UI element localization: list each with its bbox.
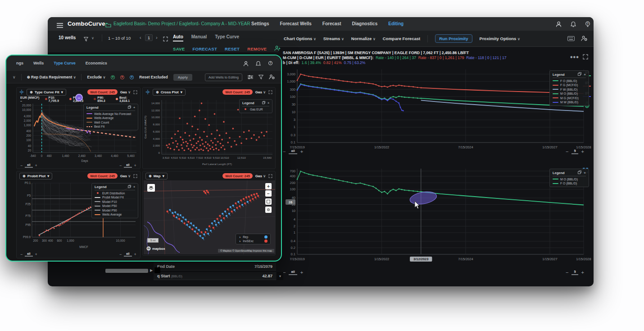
- chart-more-options-icon[interactable]: •••: [570, 53, 579, 61]
- notifications-bell-icon[interactable]: [256, 60, 261, 68]
- wells-filter-icon[interactable]: [84, 35, 88, 43]
- bottom-chart-zoom-right[interactable]: −5+: [566, 270, 584, 275]
- type-curve-fit-dropdown[interactable]: ⊕ Type Curve Fit ▾: [27, 89, 66, 96]
- probit-zoom-left[interactable]: −all+: [20, 252, 37, 257]
- save-button[interactable]: SAVE: [173, 46, 185, 51]
- user-icon[interactable]: [556, 21, 562, 29]
- panel-settings-gear-icon[interactable]: [145, 88, 150, 96]
- horizontal-scrollbar-thumb[interactable]: [105, 269, 148, 273]
- cross-plot-dropdown[interactable]: ⊕ Cross Plot ▾: [153, 89, 186, 96]
- map-expand-button[interactable]: [265, 198, 272, 205]
- top-chart-zoom-right[interactable]: −5+: [566, 149, 584, 154]
- notifications-bell-icon[interactable]: [571, 21, 576, 29]
- overlay-tab-settings[interactable]: ngs: [16, 55, 23, 72]
- breadcrumb[interactable]: Eagleford Basin- Demo Project / Eaglefor…: [113, 21, 250, 26]
- legend-move-icon[interactable]: +: [584, 171, 586, 175]
- help-bulb-icon[interactable]: ?: [585, 21, 590, 29]
- tcf-zoom-left[interactable]: −all+: [20, 163, 37, 168]
- tab-auto[interactable]: Auto: [173, 34, 183, 41]
- legend-copy-icon[interactable]: [578, 170, 581, 175]
- collapse-chevron[interactable]: ∨: [13, 75, 16, 79]
- param-row-end-date[interactable]: End Date 7/15/2079: [154, 262, 276, 271]
- legend-copy-icon[interactable]: [128, 185, 131, 189]
- tour-minus-button[interactable]: −: [75, 94, 83, 101]
- radio-oil[interactable]: [111, 75, 115, 79]
- streams-dropdown[interactable]: Streams ∨: [323, 36, 344, 41]
- tcf-zoom-right[interactable]: −all+: [119, 163, 136, 168]
- radio-gas[interactable]: [120, 75, 124, 79]
- user-icon[interactable]: [243, 60, 249, 68]
- overlay-tab-economics[interactable]: Economics: [86, 55, 107, 72]
- project-folder-icon[interactable]: [105, 21, 111, 29]
- bottom-chart-legend[interactable]: Legend + M O (BBL/D)F O (BBL/D): [549, 169, 589, 187]
- legend-copy-icon[interactable]: [262, 101, 265, 105]
- add-wells-to-editing-button[interactable]: Add Wells to Editing: [205, 74, 242, 81]
- stream-select[interactable]: Gas ∨: [120, 174, 131, 178]
- nav-diagnostics[interactable]: Diagnostics: [352, 17, 378, 32]
- param-row-expander[interactable]: ▼: [277, 272, 283, 280]
- apply-button[interactable]: Apply: [173, 74, 192, 81]
- overlay-tab-wells[interactable]: Wells: [33, 55, 44, 72]
- map-attribution[interactable]: © Mapbox © OpenStreetMap Improve this ma…: [218, 249, 274, 253]
- probit-plot-dropdown[interactable]: ⊕ Probit Plot ▾: [19, 173, 52, 179]
- menu-icon[interactable]: [57, 22, 63, 30]
- type-curve-fit-legend[interactable]: Legend+ Wells Average No ForecastWells A…: [83, 104, 138, 130]
- page-number-input[interactable]: [145, 34, 153, 41]
- stream-select[interactable]: Gas ∨: [255, 174, 266, 178]
- reset-excluded-button[interactable]: Reset Excluded: [139, 75, 168, 79]
- rep-data-requirement-dropdown[interactable]: ⊕ Rep Data Requirement ∨: [27, 75, 76, 79]
- nav-settings[interactable]: Settings: [251, 17, 269, 32]
- top-chart-legend[interactable]: Legend + F O (BBL/D)F G (MCF/D)F W (BBL/…: [549, 70, 589, 106]
- chart-fullscreen-icon[interactable]: [583, 53, 588, 61]
- stream-select[interactable]: Gas ∨: [255, 90, 266, 94]
- user-settings-icon[interactable]: [269, 73, 275, 81]
- filter-funnel-icon[interactable]: [259, 73, 263, 81]
- expand-wells-icon[interactable]: [163, 35, 168, 43]
- proximity-options-dropdown[interactable]: Proximity Options ∨: [480, 36, 520, 41]
- cross-plot-legend[interactable]: Legend+ Gas EUR: [239, 99, 272, 113]
- map-zoom-out-button[interactable]: −: [265, 190, 272, 197]
- panel-fullscreen-icon[interactable]: [268, 172, 272, 180]
- probit-plot-legend[interactable]: Legend+ EUR DistributionProbit Model Fit…: [91, 183, 138, 218]
- sliders-icon[interactable]: [248, 73, 253, 81]
- top-chart-zoom-left[interactable]: −all+: [283, 149, 303, 154]
- main-top-chart[interactable]: 3,0001,0003001003010310.30.17/15/20191/1…: [279, 67, 594, 155]
- main-bottom-chart[interactable]: 7004002001004020104210.40.20.17/15/20191…: [279, 165, 594, 267]
- wells-dropdown-chevron[interactable]: ∨: [91, 36, 94, 40]
- help-bulb-icon[interactable]: ?: [268, 60, 273, 68]
- exclude-dropdown[interactable]: Exclude ∨: [87, 75, 105, 79]
- remove-button[interactable]: REMOVE: [247, 46, 267, 51]
- tab-type-curve[interactable]: Type Curve: [215, 34, 239, 41]
- chart-options-dropdown[interactable]: Chart Options ∨: [284, 36, 316, 41]
- user-settings-icon[interactable]: [581, 35, 587, 43]
- nav-editing[interactable]: Editing: [388, 17, 404, 32]
- nav-forecast[interactable]: Forecast: [322, 17, 341, 32]
- radio-water[interactable]: [130, 75, 134, 79]
- param-row-q-start[interactable]: q Start (BBL/D) 42.87: [154, 272, 276, 280]
- normalize-dropdown[interactable]: Normalize ∨: [351, 36, 376, 41]
- panel-fullscreen-icon[interactable]: [133, 88, 137, 96]
- panel-settings-gear-icon[interactable]: [19, 88, 24, 96]
- tab-manual[interactable]: Manual: [191, 34, 207, 41]
- run-proximity-button[interactable]: Run Proximity: [435, 34, 472, 43]
- map-layers-button[interactable]: [147, 184, 155, 192]
- page-prev-button[interactable]: ‹: [140, 35, 141, 40]
- reset-button[interactable]: RESET: [225, 46, 240, 51]
- probit-zoom-right[interactable]: −all+: [119, 252, 136, 257]
- overlay-tab-type-curve[interactable]: Type Curve: [54, 55, 75, 72]
- legend-move-icon[interactable]: +: [584, 73, 586, 77]
- panel-fullscreen-icon[interactable]: [133, 172, 137, 180]
- panel-fullscreen-icon[interactable]: [268, 88, 272, 96]
- nav-forecast-wells[interactable]: Forecast Wells: [280, 17, 311, 32]
- forecast-button[interactable]: FORECAST: [192, 46, 217, 51]
- map-dropdown[interactable]: ⊕ Map ▾: [145, 173, 168, 179]
- compare-forecast-button[interactable]: Compare Forecast: [383, 36, 420, 41]
- stream-select[interactable]: Gas ∨: [120, 90, 131, 94]
- legend-copy-icon[interactable]: [128, 106, 131, 110]
- map-zoom-in-button[interactable]: +: [265, 183, 272, 189]
- page-next-button[interactable]: ›: [156, 35, 158, 40]
- legend-copy-icon[interactable]: [578, 72, 581, 77]
- bottom-chart-zoom-left[interactable]: −all+: [283, 270, 303, 275]
- keyboard-shortcuts-icon[interactable]: [567, 35, 575, 43]
- map-locate-button[interactable]: [265, 207, 272, 213]
